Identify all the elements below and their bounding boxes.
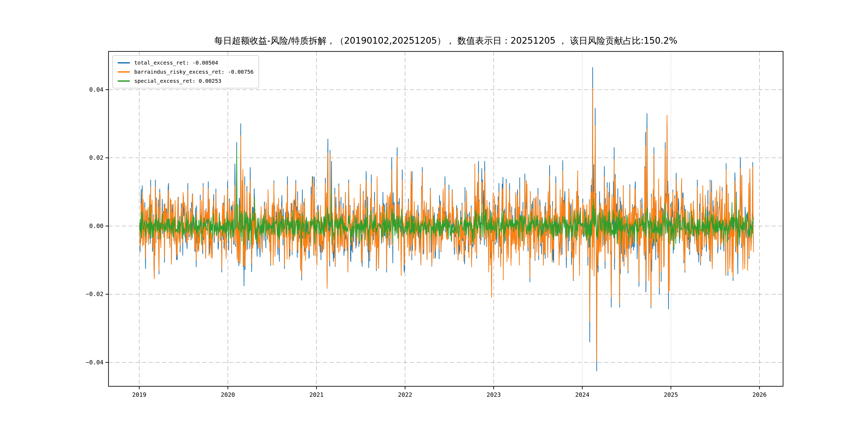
legend-label-total: total_excess_ret: -0.00504 [134,60,218,66]
legend-item-risky: barraindus_risky_excess_ret: -0.00756 [118,67,254,76]
y-tick-label: 0.00 [69,222,103,230]
x-tick-label: 2021 [300,391,333,399]
y-tick-label: 0.04 [69,86,103,94]
y-tick-label: 0.02 [69,154,103,162]
legend-swatch-total-line-icon [118,62,130,63]
matplotlib-figure: 每日超额收益-风险/特质拆解，（20190102,20251205）， 数值表示… [0,0,868,434]
plot-area: total_excess_ret: -0.00504 barraindus_ri… [0,0,868,434]
x-tick-label: 2026 [743,391,776,399]
x-tick-label: 2022 [389,391,421,399]
x-tick-label: 2023 [478,391,510,399]
x-tick-label: 2024 [566,391,598,399]
legend: total_excess_ret: -0.00504 barraindus_ri… [112,55,259,88]
y-tick-label: −0.04 [69,359,103,367]
legend-label-special: special_excess_ret: 0.00253 [134,78,221,84]
legend-item-special: special_excess_ret: 0.00253 [118,76,254,86]
x-tick-label: 2025 [655,391,687,399]
y-tick-label: −0.02 [69,290,103,298]
x-tick-label: 2019 [123,391,155,399]
x-tick-label: 2020 [212,391,244,399]
legend-swatch-special-line-icon [118,81,130,82]
legend-label-risky: barraindus_risky_excess_ret: -0.00756 [134,69,254,75]
legend-swatch-risky-line-icon [118,71,130,72]
legend-item-total: total_excess_ret: -0.00504 [118,58,254,67]
